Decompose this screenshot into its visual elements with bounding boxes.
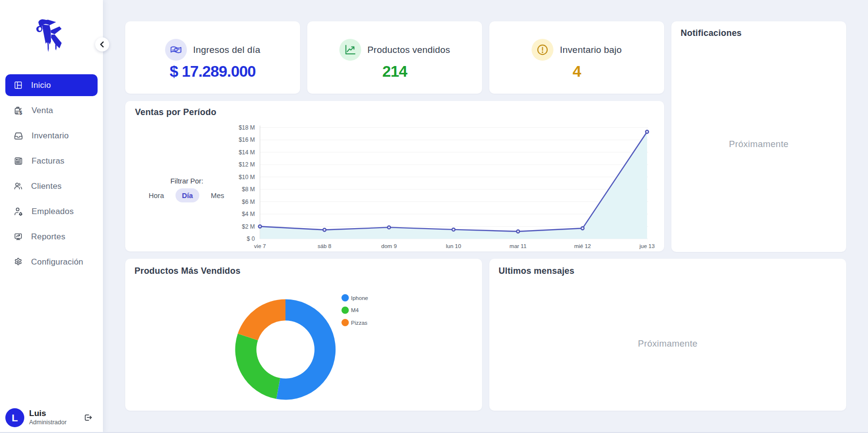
svg-text:$4 M: $4 M [242,211,255,217]
svg-text:$12 M: $12 M [239,161,255,168]
svg-text:$2 M: $2 M [242,223,255,230]
svg-text:$ 0: $ 0 [247,235,255,242]
svg-text:$8 M: $8 M [242,186,255,193]
svg-text:$16 M: $16 M [239,136,255,143]
svg-text:Iphone: Iphone [351,295,368,301]
svg-text:$18 M: $18 M [239,124,255,131]
svg-text:$6 M: $6 M [242,199,255,205]
svg-text:vie 7: vie 7 [254,243,266,249]
svg-text:$: $ [19,110,22,116]
svg-text:mar 11: mar 11 [510,243,527,249]
svg-text:sáb 8: sáb 8 [317,243,331,249]
svg-text:mié 12: mié 12 [574,243,591,249]
svg-text:M4: M4 [351,307,359,313]
svg-text:lun 10: lun 10 [446,243,461,249]
svg-text:jue 13: jue 13 [639,243,654,249]
svg-text:$14 M: $14 M [239,149,255,156]
svg-text:dom 9: dom 9 [381,243,397,249]
svg-text:$10 M: $10 M [239,174,255,181]
svg-text:Pizzas: Pizzas [351,320,367,326]
